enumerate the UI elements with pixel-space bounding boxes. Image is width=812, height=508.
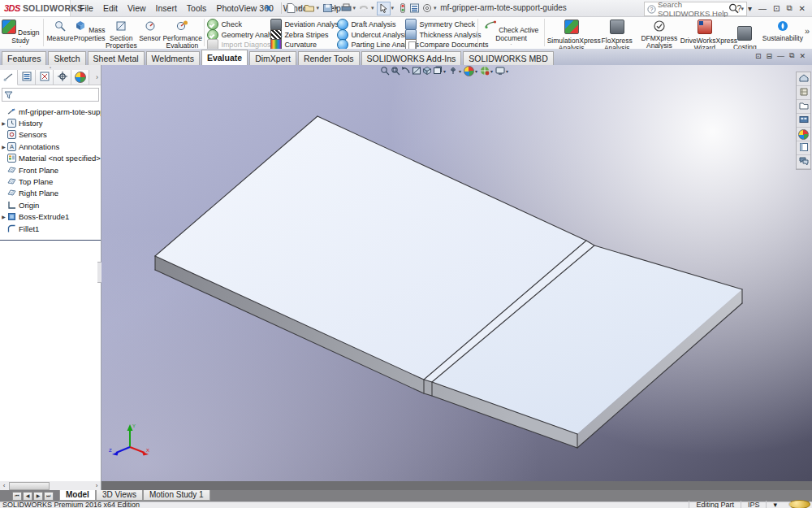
tab-model[interactable]: Model bbox=[59, 490, 96, 501]
tree-item-history[interactable]: ▶ History bbox=[0, 117, 101, 128]
costing-button[interactable]: Costing bbox=[729, 18, 761, 50]
expand-arrow-icon[interactable]: ▶ bbox=[0, 120, 7, 126]
tile-vertically-button[interactable]: ⊟ bbox=[763, 52, 775, 60]
document-minimize-button[interactable]: — bbox=[775, 52, 787, 60]
draft-analysis-button[interactable]: Draft Analysis bbox=[337, 20, 405, 30]
rebuild-button[interactable] bbox=[396, 2, 408, 15]
custom-properties-tab[interactable] bbox=[797, 141, 810, 155]
tree-item-top-plane[interactable]: Top Plane bbox=[0, 176, 101, 187]
rollback-bar[interactable] bbox=[0, 240, 101, 241]
design-library-tab[interactable] bbox=[797, 86, 810, 100]
chevron-down-icon[interactable]: ▾ bbox=[298, 5, 301, 11]
ribbon-overflow-button[interactable]: » bbox=[805, 18, 812, 36]
section-properties-button[interactable]: Section Properties bbox=[106, 18, 137, 50]
menu-item-tools[interactable]: Tools bbox=[182, 0, 212, 16]
symmetry-check-button[interactable]: Symmetry Check bbox=[405, 20, 475, 30]
maximize-button[interactable]: ⧉ bbox=[783, 3, 795, 13]
thickness-analysis-button[interactable]: Thickness Analysis bbox=[405, 30, 475, 41]
last-tab-button[interactable]: ⏭ bbox=[44, 492, 54, 501]
view-palette-tab[interactable] bbox=[797, 114, 810, 128]
zoom-to-area-button[interactable] bbox=[391, 66, 400, 77]
file-explorer-tab[interactable] bbox=[797, 100, 810, 114]
zoom-to-fit-button[interactable] bbox=[380, 66, 390, 77]
feature-manager-design-tree-tab[interactable] bbox=[0, 70, 18, 85]
tab-3d-views[interactable]: 3D Views bbox=[96, 490, 143, 501]
tab-motion-study-1[interactable]: Motion Study 1 bbox=[143, 490, 210, 501]
chevron-down-icon[interactable]: ▾ bbox=[506, 68, 508, 74]
scrollbar-thumb[interactable] bbox=[9, 482, 50, 490]
document-restore-button[interactable]: ⧉ bbox=[787, 51, 797, 60]
gold-coin-icon[interactable] bbox=[788, 500, 810, 508]
chevron-down-icon[interactable]: ▾ bbox=[353, 5, 356, 11]
tree-item-right-plane[interactable]: Right Plane bbox=[0, 188, 101, 199]
file-properties-button[interactable] bbox=[408, 2, 421, 15]
configuration-manager-tab[interactable] bbox=[36, 70, 54, 85]
chevron-down-icon[interactable]: ▾ bbox=[490, 68, 493, 74]
section-view-button[interactable] bbox=[412, 66, 421, 77]
tree-item-boss-extrude1[interactable]: ▶ Boss-Extrude1 bbox=[0, 211, 101, 223]
apply-scene-button[interactable]: ▾ bbox=[480, 66, 495, 77]
status-units-label[interactable]: IPS bbox=[741, 501, 767, 508]
print-button[interactable]: ▾ bbox=[340, 2, 359, 15]
chevron-down-icon[interactable]: ▾ bbox=[335, 5, 338, 11]
dfmxpress-button[interactable]: DFMXpress Analysis Wizard bbox=[638, 18, 680, 50]
feature-tree-filter[interactable] bbox=[2, 88, 99, 102]
first-tab-button[interactable]: ⏮ bbox=[12, 492, 22, 501]
chevron-down-icon[interactable]: ▾ bbox=[475, 68, 477, 74]
status-units-chevron-icon[interactable]: ▾ bbox=[766, 501, 784, 508]
display-style-button[interactable]: ▾ bbox=[433, 66, 447, 77]
dimxpert-manager-tab[interactable] bbox=[54, 70, 71, 85]
tab-render-tools[interactable]: Render Tools bbox=[298, 51, 360, 65]
tab-evaluate[interactable]: Evaluate bbox=[201, 50, 248, 65]
scroll-right-button[interactable]: › bbox=[93, 482, 101, 489]
save-button[interactable]: ▾ bbox=[322, 2, 340, 15]
select-button[interactable]: ▾ bbox=[377, 2, 397, 15]
expand-arrow-icon[interactable]: ▶ bbox=[0, 144, 7, 150]
design-study-button[interactable]: Design Study · bbox=[0, 18, 41, 49]
view-orientation-button[interactable] bbox=[422, 66, 432, 77]
check-active-document-button[interactable]: Check Active Document · bbox=[481, 18, 541, 46]
open-document-button[interactable]: ▾ bbox=[304, 2, 322, 15]
tab-solidworks-add-ins[interactable]: SOLIDWORKS Add-Ins bbox=[361, 51, 462, 65]
view-settings-button[interactable]: ▾ bbox=[495, 66, 510, 77]
tree-item-origin[interactable]: Origin bbox=[0, 199, 101, 211]
display-manager-tab[interactable] bbox=[71, 70, 89, 85]
sustainability-button[interactable]: Sustainability bbox=[761, 18, 805, 42]
tree-item-material[interactable]: Material <not specified> bbox=[0, 153, 101, 164]
search-input[interactable]: Search SOLIDWORKS Help bbox=[658, 0, 728, 18]
floxpress-button[interactable]: FloXpress Analysis Wizard bbox=[596, 18, 638, 50]
tree-item-sensors[interactable]: Sensors bbox=[0, 129, 101, 141]
previous-tab-button[interactable]: ◀ bbox=[23, 492, 32, 501]
tab-features[interactable]: Features bbox=[2, 51, 46, 65]
close-button[interactable]: ✕ bbox=[796, 4, 809, 13]
tree-item-annotations[interactable]: ▶ A Annotations bbox=[0, 141, 101, 152]
performance-evaluation-button[interactable]: Performance Evaluation bbox=[162, 18, 201, 50]
deviation-analysis-button[interactable]: Deviation Analysis bbox=[270, 20, 337, 30]
previous-view-button[interactable] bbox=[401, 66, 411, 77]
tree-item-fillet1[interactable]: Fillet1 bbox=[0, 223, 101, 234]
menu-item-insert[interactable]: Insert bbox=[151, 0, 182, 16]
tab-sketch[interactable]: Sketch bbox=[48, 51, 85, 65]
document-close-button[interactable]: ✕ bbox=[797, 52, 808, 60]
minimize-button[interactable]: — bbox=[755, 4, 770, 13]
check-active-document-dropdown-icon[interactable]: · bbox=[481, 42, 541, 46]
measure-button[interactable]: Measure bbox=[46, 18, 73, 42]
solidworks-resources-tab[interactable] bbox=[797, 72, 810, 86]
tab-solidworks-mbd[interactable]: SOLIDWORKS MBD bbox=[463, 51, 553, 65]
tile-horizontally-button[interactable]: ⊡ bbox=[753, 52, 764, 60]
property-manager-tab[interactable] bbox=[18, 70, 36, 85]
expand-arrow-icon[interactable]: ▶ bbox=[0, 214, 7, 219]
tree-item-front-plane[interactable]: Front Plane bbox=[0, 164, 101, 176]
tab-sheet-metal[interactable]: Sheet Metal bbox=[88, 51, 145, 65]
tab-weldments[interactable]: Weldments bbox=[146, 51, 200, 65]
undercut-analysis-button[interactable]: Undercut Analysis bbox=[337, 30, 405, 41]
hide-show-items-button[interactable]: ▾ bbox=[448, 66, 463, 77]
driveworksxpress-button[interactable]: DriveWorksXpress Wizard bbox=[680, 18, 729, 50]
chevron-down-icon[interactable]: ▾ bbox=[443, 68, 446, 74]
search-help-box[interactable]: ? Search SOLIDWORKS Help ▾ bbox=[644, 2, 747, 16]
tree-item-part[interactable]: mf-gripper-arm-tote-support-guides bbox=[0, 106, 101, 117]
feature-tree-horizontal-scrollbar[interactable]: ‹ › bbox=[0, 481, 102, 490]
chevron-down-icon[interactable]: ▾ bbox=[459, 68, 461, 74]
edit-appearance-button[interactable]: ▾ bbox=[464, 66, 479, 76]
simulationxpress-button[interactable]: SimulationXpress Analysis Wizard bbox=[547, 18, 596, 50]
